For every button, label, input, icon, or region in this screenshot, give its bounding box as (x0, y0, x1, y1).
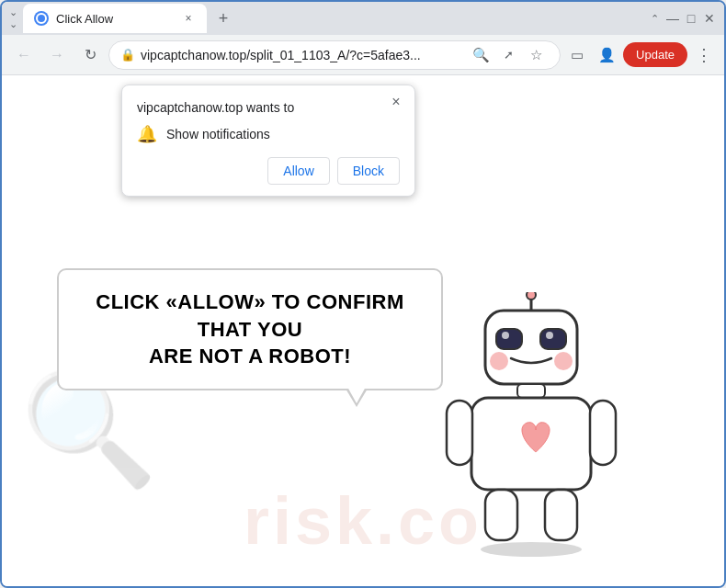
url-text: vipcaptchanow.top/split_01_1103_A/?c=5af… (141, 48, 462, 62)
lock-icon: 🔒 (120, 48, 135, 62)
tab-title: Click Allow (56, 12, 174, 26)
address-bar-row: ← → ↻ 🔒 vipcaptchanow.top/split_01_1103_… (2, 35, 724, 75)
chevron-up-icon[interactable]: ⌃ (647, 11, 662, 26)
browser-window: ⌄ ⌄ Click Allow × + ⌃ — □ ✕ ← → ↻ 🔒 vipc… (0, 0, 726, 588)
minimize-button[interactable]: — (665, 11, 680, 26)
active-tab[interactable]: Click Allow × (23, 4, 207, 33)
forward-button[interactable]: → (42, 40, 72, 70)
title-bar-left: ⌄ ⌄ Click Allow × + (9, 4, 647, 33)
maximize-button[interactable]: □ (684, 11, 698, 26)
tab-close-button[interactable]: × (181, 11, 196, 26)
address-bar-icons: 🔍 ➚ ☆ (468, 42, 549, 68)
share-icon[interactable]: ➚ (495, 42, 521, 68)
cta-line1: CLICK «ALLOW» TO CONFIRM THAT YOU (96, 290, 403, 341)
update-button[interactable]: Update (623, 42, 687, 67)
robot-illustration (430, 292, 632, 568)
bell-icon: 🔔 (137, 124, 157, 144)
popup-title: vipcaptchanow.top wants to (137, 100, 400, 115)
bookmark-icon[interactable]: ☆ (523, 42, 549, 68)
svg-rect-9 (517, 384, 545, 398)
chevron-down-icon[interactable]: ⌄ (9, 18, 17, 30)
page-content: 🔍 risk.co × vipcaptchanow.top wants to 🔔… (2, 75, 724, 586)
svg-rect-13 (485, 490, 517, 540)
new-tab-button[interactable]: + (210, 6, 236, 31)
cta-line2: ARE NOT A ROBOT! (149, 345, 351, 368)
chevron-up-icon[interactable]: ⌄ (9, 6, 17, 18)
svg-point-5 (502, 332, 509, 339)
svg-rect-11 (447, 401, 472, 465)
permission-text: Show notifications (166, 127, 270, 141)
svg-rect-4 (540, 329, 566, 349)
allow-button[interactable]: Allow (267, 157, 329, 185)
block-button[interactable]: Block (337, 157, 400, 185)
svg-point-8 (554, 352, 573, 370)
tablet-mode-icon[interactable]: ▭ (564, 42, 590, 68)
popup-close-button[interactable]: × (387, 93, 405, 111)
toolbar-right: ▭ 👤 Update ⋮ (564, 42, 717, 68)
search-icon[interactable]: 🔍 (468, 42, 493, 68)
profile-icon[interactable]: 👤 (594, 42, 619, 68)
svg-rect-14 (545, 490, 577, 540)
notification-popup: × vipcaptchanow.top wants to 🔔 Show noti… (121, 85, 415, 197)
tab-favicon (34, 11, 49, 26)
cta-text: CLICK «ALLOW» TO CONFIRM THAT YOU ARE NO… (81, 288, 419, 370)
reload-button[interactable]: ↻ (75, 40, 105, 70)
cta-area: CLICK «ALLOW» TO CONFIRM THAT YOU ARE NO… (57, 268, 443, 390)
svg-rect-12 (590, 401, 616, 465)
title-bar: ⌄ ⌄ Click Allow × + ⌃ — □ ✕ (2, 2, 724, 35)
back-button[interactable]: ← (9, 40, 39, 70)
close-button[interactable]: ✕ (702, 11, 717, 26)
svg-point-7 (490, 352, 508, 370)
svg-point-15 (481, 542, 582, 557)
popup-permission: 🔔 Show notifications (137, 124, 400, 144)
popup-buttons: Allow Block (137, 157, 400, 185)
window-controls: ⌃ — □ ✕ (647, 11, 717, 26)
svg-point-2 (527, 292, 536, 300)
menu-button[interactable]: ⋮ (691, 42, 717, 68)
address-bar[interactable]: 🔒 vipcaptchanow.top/split_01_1103_A/?c=5… (108, 40, 561, 70)
speech-bubble: CLICK «ALLOW» TO CONFIRM THAT YOU ARE NO… (57, 268, 443, 390)
svg-rect-3 (496, 329, 522, 349)
svg-point-6 (546, 332, 553, 339)
